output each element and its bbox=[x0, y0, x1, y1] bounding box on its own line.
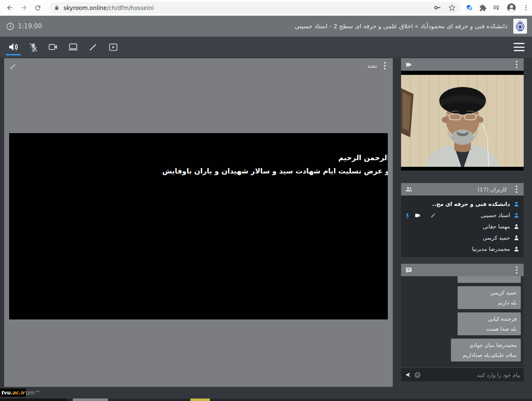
user-row[interactable]: حمید کریمی bbox=[401, 232, 524, 243]
user-name: دانشکده فنی و حرفه ای مح.. bbox=[432, 201, 510, 207]
chat-text: بله داریم bbox=[462, 300, 517, 306]
user-person-icon bbox=[513, 201, 520, 207]
chat-sender: فرخنده کیایی bbox=[462, 316, 517, 322]
chat-panel-kebab-icon[interactable] bbox=[513, 266, 520, 274]
video-panel bbox=[401, 58, 524, 171]
user-list: دانشکده فنی و حرفه ای مح.. استاد حسینی bbox=[401, 196, 524, 257]
chat-sender: محمدرضا بنیان جوادی bbox=[455, 342, 517, 348]
presentation-slide: الرحمن الرحیم و عرض تسلیت ایام شهادت سید… bbox=[9, 133, 388, 319]
whiteboard-panel[interactable]: تخته الرحمن الرحیم و عرض تسلیت ایام شهاد… bbox=[4, 58, 393, 387]
profile-avatar-icon[interactable] bbox=[506, 2, 517, 13]
user-row[interactable]: محمدرضا مدبرنیا bbox=[401, 243, 524, 255]
chat-message-list[interactable]: حمید کریمی بله داریم فرخنده کیایی بله صد… bbox=[401, 276, 524, 367]
address-bar[interactable]: skyroom.online/ch/dfm/hosseini bbox=[49, 2, 461, 14]
user-person-icon bbox=[513, 235, 520, 241]
skyroom-watermark-text: om™ bbox=[26, 389, 40, 396]
chat-message: محمدرضا بنیان جوادی سلام علیکم،بله صدادا… bbox=[451, 339, 521, 361]
password-key-icon[interactable] bbox=[434, 4, 441, 11]
user-row[interactable]: مهسا حقانی bbox=[401, 221, 524, 232]
whiteboard-pencil-icon[interactable] bbox=[9, 62, 17, 70]
back-icon[interactable] bbox=[2, 2, 17, 14]
chat-message: فرخنده کیایی بله صدا هست bbox=[458, 312, 521, 335]
whiteboard-tab-label: تخته bbox=[367, 63, 377, 69]
browser-menu-kebab-icon[interactable] bbox=[522, 4, 530, 11]
whiteboard-menu-kebab-icon[interactable] bbox=[381, 62, 389, 69]
media-controls-icon[interactable] bbox=[493, 4, 500, 12]
timer-value: 1:19:00 bbox=[18, 22, 42, 30]
lock-icon bbox=[54, 5, 59, 10]
instructor-video-feed bbox=[401, 71, 524, 171]
user-row[interactable]: دانشکده فنی و حرفه ای مح.. bbox=[401, 198, 524, 210]
user-name: استاد حسینی bbox=[480, 212, 510, 218]
reload-icon[interactable] bbox=[31, 2, 45, 14]
forward-icon[interactable] bbox=[17, 2, 31, 14]
user-person-icon bbox=[513, 246, 520, 252]
video-panel-camera-icon bbox=[405, 61, 412, 68]
tvu-badge-part1: tvu. bbox=[1, 390, 12, 396]
user-name: حمید کریمی bbox=[483, 235, 510, 241]
chat-text: بله صدا هست bbox=[462, 326, 517, 332]
sidebar-menu-button[interactable] bbox=[514, 43, 525, 51]
video-panel-kebab-icon[interactable] bbox=[513, 61, 520, 68]
user-person-icon bbox=[513, 212, 520, 218]
browser-toolbar: skyroom.online/ch/dfm/hosseini bbox=[0, 0, 532, 16]
bookmark-star-icon[interactable] bbox=[448, 4, 456, 11]
users-group-icon bbox=[405, 186, 413, 193]
emoji-icon[interactable] bbox=[414, 372, 421, 378]
chat-message-partial bbox=[458, 276, 521, 283]
chat-text: سلام علیکم،بله صداداریم bbox=[455, 352, 517, 358]
send-message-icon[interactable] bbox=[404, 371, 411, 378]
user-name: محمدرضا مدبرنیا bbox=[472, 246, 510, 252]
chat-panel: حمید کریمی بله داریم فرخنده کیایی بله صد… bbox=[401, 264, 524, 381]
instructor-video-image bbox=[401, 71, 524, 171]
session-title: دانشکده فنی و حرفه ای محمودآباد » اخلاق … bbox=[295, 23, 507, 30]
skyroom-app: skyroom.online/ch/dfm/hosseini bbox=[0, 0, 532, 401]
clock-icon bbox=[6, 22, 15, 31]
url-text: skyroom.online/ch/dfm/hosseini bbox=[64, 5, 154, 11]
taskbar-edge bbox=[0, 399, 532, 401]
users-panel: کاربران (17) دانشکده فنی و حرفه ای مح.. … bbox=[401, 183, 524, 257]
tvu-badge-part2: ac.ir bbox=[12, 390, 25, 396]
speaker-button[interactable] bbox=[3, 37, 23, 57]
session-header: 1:19:00 دانشکده فنی و حرفه ای محمودآباد … bbox=[0, 16, 532, 37]
user-person-icon bbox=[513, 223, 520, 230]
session-timer: 1:19:00 bbox=[6, 22, 42, 31]
conference-toolbar bbox=[0, 37, 532, 57]
users-panel-kebab-icon[interactable] bbox=[513, 186, 520, 193]
chat-input-bar bbox=[401, 368, 524, 381]
chat-sender: حمید کریمی bbox=[462, 290, 517, 296]
slide-line-1: الرحمن الرحیم bbox=[9, 151, 388, 164]
users-panel-title: کاربران (17) bbox=[478, 186, 507, 193]
draw-brush-button[interactable] bbox=[83, 37, 103, 57]
media-player-button[interactable] bbox=[103, 37, 123, 57]
copilot-extension-icon[interactable] bbox=[466, 4, 473, 12]
tvu-badge: tvu.ac.ir bbox=[0, 389, 26, 397]
user-microphone-icon bbox=[404, 213, 410, 218]
webcam-button[interactable] bbox=[43, 37, 63, 57]
chat-message-input[interactable] bbox=[421, 372, 520, 378]
microphone-muted-button[interactable] bbox=[23, 37, 43, 57]
extensions-puzzle-icon[interactable] bbox=[479, 4, 487, 12]
user-camera-icon bbox=[414, 212, 421, 219]
chat-message: حمید کریمی بله داریم bbox=[458, 286, 521, 309]
user-row[interactable]: استاد حسینی bbox=[401, 210, 524, 221]
user-name: مهسا حقانی bbox=[483, 223, 510, 230]
user-brush-icon bbox=[430, 212, 436, 218]
slide-line-2: و عرض تسلیت ایام شهادت سید و سالار شهیدا… bbox=[9, 164, 388, 178]
chat-bubble-icon bbox=[405, 267, 412, 274]
screen-share-button[interactable] bbox=[63, 37, 83, 57]
university-logo bbox=[513, 19, 527, 34]
